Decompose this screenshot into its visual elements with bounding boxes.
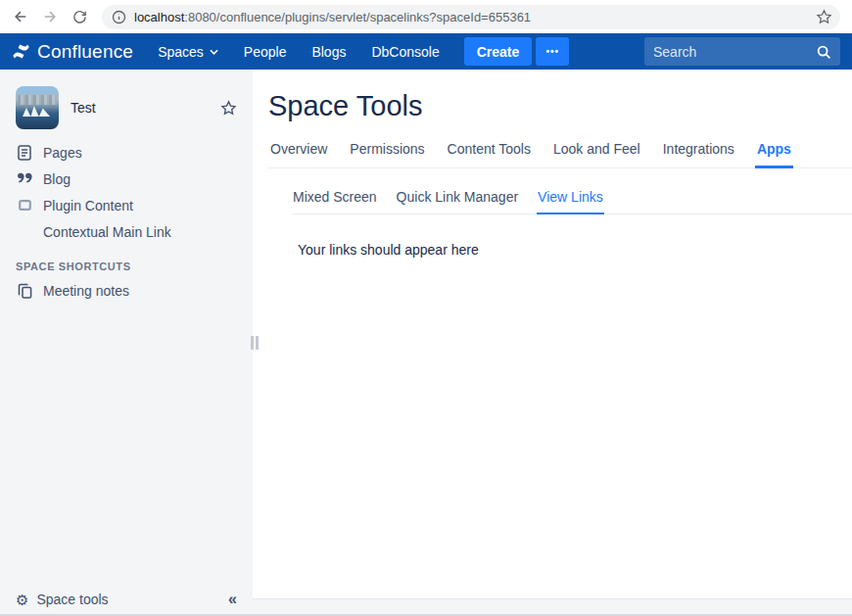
tab-look-and-feel[interactable]: Look and Feel — [551, 138, 642, 168]
main-content: Space Tools Overview Permissions Content… — [253, 70, 852, 599]
app-header: Confluence Spaces People Blogs DbConsole… — [0, 33, 852, 70]
product-name: Confluence — [37, 41, 133, 63]
subtab-mixed-screen[interactable]: Mixed Screen — [292, 189, 378, 214]
space-tools-footer[interactable]: ⚙ Space tools « — [0, 586, 253, 613]
sidebar-item-contextual-main-link[interactable]: Contextual Main Link — [0, 218, 253, 245]
space-avatar[interactable] — [16, 86, 59, 129]
nav-dbconsole-label: DbConsole — [371, 44, 439, 60]
reload-icon[interactable] — [67, 4, 92, 29]
plugin-icon — [16, 200, 33, 211]
address-bar[interactable]: localhost:8080/confluence/plugins/servle… — [102, 5, 840, 29]
gear-icon: ⚙ — [16, 592, 28, 607]
tab-apps[interactable]: Apps — [755, 138, 793, 168]
more-actions-button[interactable]: ••• — [536, 37, 569, 66]
url-text: localhost:8080/confluence/plugins/servle… — [134, 10, 816, 24]
subtab-quick-link-manager[interactable]: Quick Link Manager — [396, 189, 520, 214]
tab-overview[interactable]: Overview — [268, 138, 329, 168]
tab-content-tools[interactable]: Content Tools — [446, 138, 533, 168]
search-input[interactable] — [653, 44, 816, 60]
url-host: localhost — [134, 10, 184, 24]
confluence-brand[interactable]: Confluence — [12, 41, 133, 63]
page-title: Space Tools — [268, 90, 852, 122]
nav-people-label: People — [244, 44, 287, 60]
search-box[interactable] — [644, 37, 840, 66]
empty-links-message: Your links should appear here — [298, 242, 852, 258]
nav-spaces[interactable]: Spaces — [145, 33, 231, 70]
sidebar-item-meeting-notes[interactable]: Meeting notes — [0, 277, 253, 304]
app-body: Test Pages Blog Plugin Content Co — [0, 70, 852, 616]
apps-subtabs: Mixed Screen Quick Link Manager View Lin… — [292, 189, 852, 214]
sidebar-item-label: Plugin Content — [43, 198, 133, 213]
space-tools-label: Space tools — [36, 592, 108, 607]
space-header: Test — [0, 70, 253, 139]
sidebar-resize-handle[interactable] — [251, 336, 259, 350]
back-icon[interactable] — [8, 4, 33, 29]
favorite-star-icon[interactable] — [220, 100, 237, 117]
subtab-view-links[interactable]: View Links — [537, 189, 604, 214]
forward-icon[interactable] — [37, 4, 63, 29]
space-shortcuts-header: SPACE SHORTCUTS — [0, 245, 253, 277]
chevron-down-icon — [210, 49, 218, 55]
search-icon[interactable] — [816, 44, 831, 60]
sidebar-item-label: Contextual Main Link — [43, 224, 171, 240]
tab-permissions[interactable]: Permissions — [348, 138, 426, 168]
space-tools-tabs: Overview Permissions Content Tools Look … — [268, 138, 852, 168]
page-icon — [16, 145, 33, 161]
bookmark-star-icon[interactable] — [816, 9, 832, 25]
quote-icon — [16, 172, 33, 185]
space-name[interactable]: Test — [71, 100, 96, 116]
confluence-logo-icon — [12, 42, 30, 61]
url-path: :8080/confluence/plugins/servlet/spaceli… — [184, 10, 531, 24]
space-sidebar: Test Pages Blog Plugin Content Co — [0, 70, 253, 616]
copy-icon — [16, 283, 33, 299]
nav-blogs-label: Blogs — [311, 44, 346, 60]
browser-toolbar: localhost:8080/confluence/plugins/servle… — [0, 0, 852, 33]
nav-spaces-label: Spaces — [158, 44, 204, 60]
tab-integrations[interactable]: Integrations — [661, 138, 736, 168]
info-icon[interactable] — [112, 10, 126, 24]
collapse-sidebar-icon[interactable]: « — [228, 591, 237, 608]
sidebar-item-blog[interactable]: Blog — [0, 166, 253, 192]
sidebar-item-plugin-content[interactable]: Plugin Content — [0, 192, 253, 218]
nav-people[interactable]: People — [231, 33, 300, 70]
nav-blogs[interactable]: Blogs — [299, 33, 358, 70]
sidebar-item-label: Blog — [43, 171, 71, 187]
create-button[interactable]: Create — [464, 37, 533, 66]
sidebar-item-label: Pages — [43, 145, 82, 161]
sidebar-item-pages[interactable]: Pages — [0, 139, 253, 166]
nav-dbconsole[interactable]: DbConsole — [358, 33, 451, 70]
sidebar-item-label: Meeting notes — [43, 283, 129, 299]
